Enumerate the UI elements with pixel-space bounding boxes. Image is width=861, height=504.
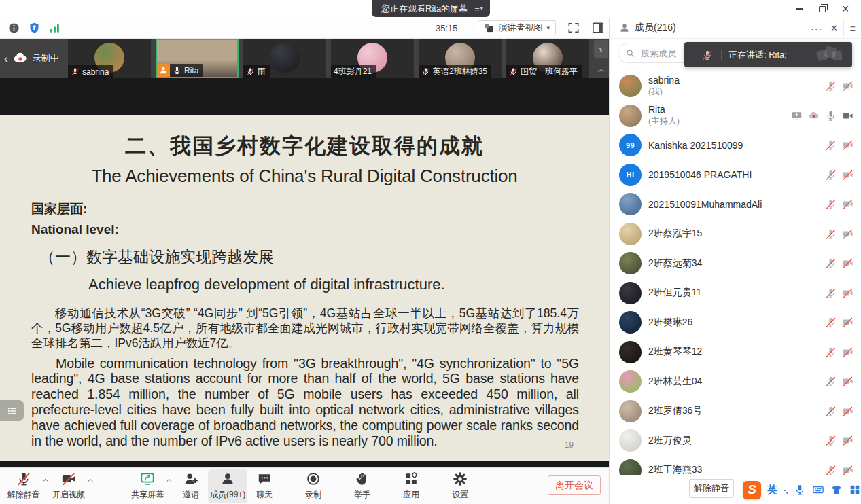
avatar xyxy=(619,311,642,334)
member-row[interactable]: 2班王海燕33 xyxy=(610,456,861,476)
member-row[interactable]: 2班罗倩36号 xyxy=(610,397,861,427)
mic-muted-icon[interactable] xyxy=(825,198,837,210)
toolbar-item-invite[interactable]: 邀请 xyxy=(174,469,208,503)
toolbar-item-mic[interactable]: 解除静音 xyxy=(5,469,42,503)
video-tile-4班彭丹21[interactable]: 4班彭丹21 xyxy=(331,39,414,78)
mic-muted-icon[interactable] xyxy=(825,257,837,269)
side-panel-toggle-icon[interactable] xyxy=(591,21,605,35)
toolbar-item-video[interactable]: 开启视频 xyxy=(50,469,87,503)
toolbar-item-members[interactable]: 成员(99+) xyxy=(208,469,247,503)
chevron-up-icon[interactable] xyxy=(164,477,174,484)
member-row[interactable]: 2班樊琳26 xyxy=(610,308,861,338)
strip-collapse-icon[interactable]: ︿ xyxy=(597,63,606,75)
member-role: (主持人) xyxy=(648,115,680,127)
meeting-app-window: 您正在观看Rita的屏幕 ≡▾ ✕ 35:15 演讲者视图 ▾ ‹ xyxy=(0,0,861,504)
member-row[interactable]: sabrina(我) xyxy=(610,71,861,101)
panel-menu-icon[interactable]: ≡ xyxy=(843,18,861,39)
mic-muted-icon[interactable] xyxy=(825,435,837,446)
cam-muted-icon[interactable] xyxy=(842,406,854,417)
member-row[interactable]: HI2019510046 PRAGATHI xyxy=(610,160,861,190)
restore-button[interactable] xyxy=(811,0,834,18)
mic-muted-icon[interactable] xyxy=(825,465,837,475)
ime-toolbox-icon[interactable] xyxy=(849,484,861,496)
panel-more-icon[interactable]: ··· xyxy=(811,23,822,34)
video-tile-Rita[interactable]: Rita xyxy=(156,39,239,78)
strip-next-button[interactable]: › xyxy=(594,40,608,58)
mic-muted-icon[interactable] xyxy=(825,169,837,181)
member-row[interactable]: 2班但元贵11 xyxy=(610,278,861,308)
video-tile-英语2班林婧35[interactable]: 英语2班林婧35 xyxy=(419,39,502,78)
cam-muted-icon[interactable] xyxy=(842,465,854,475)
cam-muted-icon[interactable] xyxy=(842,287,854,299)
mic-muted-icon[interactable] xyxy=(825,346,837,358)
member-row[interactable]: 99Kanishka 2021510099 xyxy=(610,130,861,160)
member-row[interactable]: 2班蔡远菊34 xyxy=(610,249,861,278)
ime-voice-icon[interactable] xyxy=(794,484,806,496)
mic-muted-icon[interactable] xyxy=(825,287,837,299)
toolbar-item-label: 邀请 xyxy=(183,489,199,501)
mic-muted-icon[interactable] xyxy=(825,317,837,328)
slide-outline-tab[interactable] xyxy=(0,400,24,421)
fullscreen-icon[interactable] xyxy=(567,21,580,35)
toolbar-item-hand[interactable]: 举手 xyxy=(345,469,379,503)
toolbar-item-share[interactable]: 共享屏幕 xyxy=(129,469,166,503)
panel-close-icon[interactable]: ✕ xyxy=(830,23,838,33)
leave-meeting-button[interactable]: 离开会议 xyxy=(548,475,601,495)
view-mode-dropdown[interactable]: 演讲者视图 ▾ xyxy=(478,20,556,35)
toolbar-item-settings[interactable]: 设置 xyxy=(443,469,477,503)
security-shield-icon[interactable] xyxy=(28,22,41,35)
member-row[interactable]: 2班林芸生04 xyxy=(610,367,861,397)
mic-muted-icon[interactable] xyxy=(825,376,837,387)
mic-muted-icon[interactable] xyxy=(825,228,837,240)
member-row[interactable]: 2班万俊灵 xyxy=(610,426,861,456)
toolbar-item-record[interactable]: 录制 xyxy=(296,469,330,503)
video-thumbnail-strip: ‹ 录制中 sabrina Rita 雨4班彭丹21 英语2班林婧35 国贸一班… xyxy=(0,39,609,78)
video-tile-国贸一班何露平[interactable]: 国贸一班何露平 xyxy=(506,39,589,78)
member-status-icons xyxy=(825,257,854,269)
meeting-info-icon[interactable] xyxy=(7,22,20,35)
cam-muted-icon[interactable] xyxy=(842,198,854,210)
strip-prev-icon[interactable]: ‹ xyxy=(4,53,8,65)
cloud-recording-icon[interactable] xyxy=(808,110,820,122)
panel-unmute-button[interactable]: 解除静音 xyxy=(689,479,734,498)
banner-menu-icon[interactable]: ≡▾ xyxy=(474,3,483,14)
member-name: 2班黄琴琴12 xyxy=(648,346,702,358)
toolbar-item-chat[interactable]: 聊天 xyxy=(247,469,281,503)
ime-skin-icon[interactable] xyxy=(830,484,843,496)
cam-on-icon[interactable] xyxy=(842,110,854,122)
cam-muted-icon[interactable] xyxy=(842,317,854,328)
cam-muted-icon[interactable] xyxy=(842,257,854,269)
chevron-up-icon[interactable] xyxy=(41,477,50,484)
network-signal-icon[interactable] xyxy=(48,22,61,35)
cam-muted-icon[interactable] xyxy=(842,80,854,92)
cam-muted-icon[interactable] xyxy=(842,228,854,240)
video-tile-雨[interactable]: 雨 xyxy=(243,39,326,78)
ime-punctuation-toggle[interactable]: ·, xyxy=(784,485,788,495)
toolbar-item-apps[interactable]: 应用 xyxy=(394,469,428,503)
sogou-logo-icon[interactable]: S xyxy=(743,481,761,499)
screen-share-icon[interactable] xyxy=(791,110,803,122)
member-row[interactable]: 2021510091MuhammadAli xyxy=(610,190,861,219)
mic-muted-icon[interactable] xyxy=(825,139,837,151)
member-row[interactable]: 2班蔡泓宇15 xyxy=(610,219,861,249)
mic-muted-icon[interactable] xyxy=(825,80,837,92)
ime-keyboard-icon[interactable] xyxy=(812,484,824,496)
cam-muted-icon[interactable] xyxy=(842,376,854,387)
ime-language-toggle[interactable]: 英 xyxy=(767,484,777,497)
cam-muted-icon[interactable] xyxy=(842,346,854,358)
cam-muted-icon[interactable] xyxy=(842,435,854,446)
cam-muted-icon[interactable] xyxy=(842,139,854,151)
member-row[interactable]: 2班黄琴琴12 xyxy=(610,338,861,367)
member-row[interactable]: Rita(主持人) xyxy=(610,101,861,131)
mic-muted-icon[interactable] xyxy=(825,406,837,417)
tile-participant-name: 国贸一班何露平 xyxy=(521,66,578,77)
slide-point-en: Achieve leapfrog development of digital … xyxy=(88,276,579,293)
member-list[interactable]: sabrina(我) Rita(主持人) 99Kanishka 20215100… xyxy=(610,71,861,475)
mic-on-icon[interactable] xyxy=(825,110,837,122)
video-tile-sabrina[interactable]: sabrina xyxy=(68,39,151,78)
member-status-icons xyxy=(791,110,854,122)
close-button[interactable]: ✕ xyxy=(834,0,857,18)
minimize-button[interactable] xyxy=(788,0,811,18)
cam-muted-icon[interactable] xyxy=(842,169,854,181)
chevron-up-icon[interactable] xyxy=(86,477,95,484)
